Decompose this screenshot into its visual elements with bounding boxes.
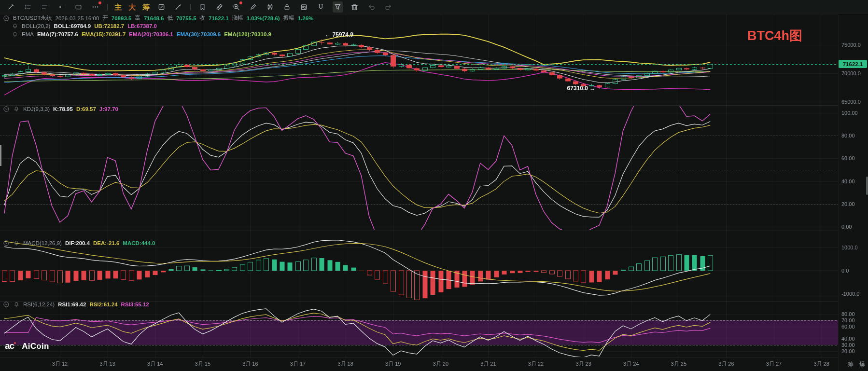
chart-canvas[interactable] — [0, 0, 868, 371]
time-axis-label: 3月 22 — [528, 360, 544, 368]
large-order-button[interactable]: 大 — [128, 0, 136, 14]
main-chart-button[interactable]: 主 — [114, 0, 122, 14]
macd-axis-label: 0.0 — [841, 268, 849, 274]
time-axis-label: 3月 12 — [52, 360, 68, 368]
low-price-annotation: 67310.0 → — [567, 85, 596, 92]
bell-icon[interactable] — [13, 301, 20, 308]
time-axis-label: 3月 20 — [433, 360, 448, 368]
time-axis-label: 3月 16 — [242, 360, 258, 368]
chevron-circle-icon[interactable] — [3, 15, 10, 22]
lock-icon[interactable] — [282, 1, 292, 13]
toolbar: 主大筹 — [0, 0, 868, 14]
form-edit-icon[interactable] — [299, 1, 309, 13]
time-axis-label: 3月 13 — [99, 360, 115, 368]
edit-note-icon[interactable] — [156, 1, 167, 13]
time-axis-label: 3月 15 — [195, 360, 210, 368]
chevron-circle-icon[interactable] — [3, 106, 10, 112]
kdj-axis-label: 60.00 — [841, 155, 855, 161]
aicoin-logo: ac AiCoin — [5, 341, 49, 351]
kdj-axis-label: 0.00 — [841, 224, 852, 230]
funnel-icon[interactable] — [333, 1, 343, 13]
horizontal-ray-icon[interactable] — [56, 1, 67, 13]
more-dots-icon[interactable] — [90, 1, 100, 13]
time-axis-label: 3月 23 — [575, 360, 591, 368]
undo-icon[interactable] — [366, 1, 377, 13]
tab-burst[interactable]: 爆 — [859, 360, 865, 369]
chart-watermark: BTC4h图 — [747, 27, 802, 44]
bell-icon[interactable] — [12, 31, 18, 38]
time-axis-label: 3月 26 — [718, 360, 734, 368]
notification-dot — [98, 1, 101, 4]
trading-chart-app: 主大筹 BTC/USDT永续2026-03-25 16:00开70893.5高7… — [0, 0, 868, 371]
time-axis-label: 3月 24 — [623, 360, 639, 368]
last-price-badge: 71622.1 — [839, 60, 867, 68]
toolbar-divider — [107, 4, 108, 11]
rsi-axis-label: 60.00 — [841, 324, 855, 330]
macd-axis-label: -1000.0 — [841, 291, 859, 297]
ruler-icon[interactable] — [214, 1, 224, 13]
chevron-circle-icon[interactable] — [3, 240, 10, 247]
chevron-circle-icon[interactable] — [3, 301, 10, 308]
notification-dot — [239, 1, 242, 4]
time-axis-label: 3月 19 — [385, 360, 401, 368]
high-price-annotation: ← 75974.9 — [325, 31, 353, 38]
time-axis-label: 3月 25 — [671, 360, 686, 368]
bell-icon[interactable] — [13, 240, 20, 247]
magnet-icon[interactable] — [316, 1, 326, 13]
tab-chip[interactable]: 筹 — [848, 360, 854, 369]
price-axis-label: 65000.0 — [841, 99, 861, 105]
kdj-axis-label: 40.00 — [841, 179, 855, 184]
left-scrollbar-thumb[interactable] — [0, 145, 1, 166]
time-axis-label: 3月 14 — [147, 360, 163, 368]
price-axis-label: 70000.0 — [841, 70, 861, 76]
trash-icon[interactable] — [350, 1, 360, 13]
bell-icon[interactable] — [12, 23, 18, 29]
rsi-axis-label: 30.00 — [841, 342, 855, 348]
bookmark-icon[interactable] — [197, 1, 208, 13]
pen-icon[interactable] — [248, 1, 258, 13]
chip-distribution-button[interactable]: 筹 — [142, 0, 150, 14]
rsi-axis-label: 80.00 — [841, 311, 855, 317]
rsi-axis-label: 70.00 — [841, 317, 855, 323]
time-axis-label: 3月 28 — [813, 360, 829, 368]
macd-axis-label: 1000.0 — [841, 245, 858, 250]
layout-lines-icon[interactable] — [40, 1, 50, 13]
aicoin-logo-mark: ac — [5, 341, 14, 351]
aicoin-logo-text: AiCoin — [22, 342, 49, 351]
zoom-search-icon[interactable] — [231, 1, 241, 13]
draw-pencil-icon[interactable] — [6, 1, 16, 13]
kdj-axis-label: 80.00 — [841, 133, 855, 138]
toolbar-divider — [190, 4, 191, 11]
side-tab-strip: 筹 爆 — [848, 360, 865, 369]
time-axis-label: 3月 27 — [766, 360, 782, 368]
time-axis-label: 3月 21 — [480, 360, 496, 368]
price-axis-label: 75000.0 — [841, 42, 861, 48]
logo-red-dot — [14, 342, 16, 344]
bell-icon[interactable] — [13, 106, 20, 112]
redo-icon[interactable] — [383, 1, 393, 13]
rectangle-tool-icon[interactable] — [73, 1, 84, 13]
kdj-axis-label: 20.00 — [841, 201, 855, 207]
right-scrollbar-thumb[interactable] — [866, 177, 868, 195]
time-axis-label: 3月 17 — [290, 360, 306, 368]
rsi-axis-label: 20.00 — [841, 348, 855, 354]
compare-candles-icon[interactable] — [265, 1, 275, 13]
brush-icon[interactable] — [173, 1, 183, 13]
time-axis-label: 3月 18 — [337, 360, 353, 368]
kdj-axis-label: 100.00 — [841, 110, 858, 116]
rsi-axis-label: 40.00 — [841, 336, 855, 342]
indicator-list-icon[interactable] — [23, 1, 33, 13]
